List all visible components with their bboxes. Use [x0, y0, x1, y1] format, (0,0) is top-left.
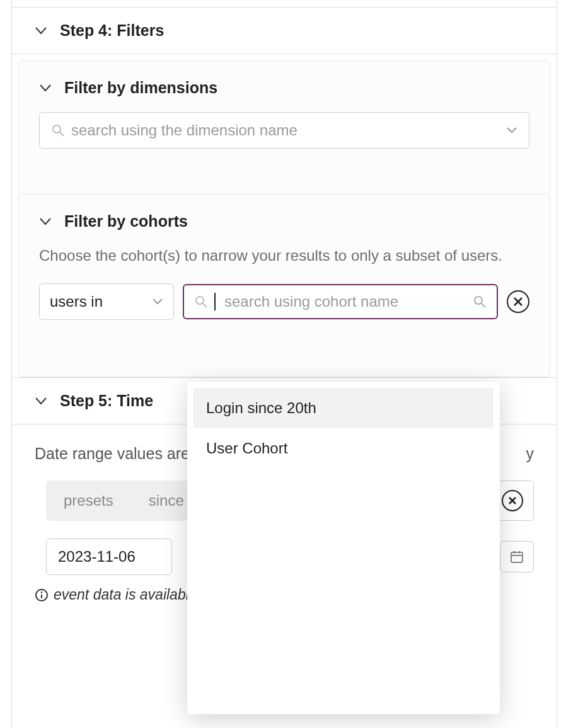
chevron-down-icon	[39, 84, 52, 93]
dimension-search-placeholder: search using the dimension name	[71, 122, 500, 139]
search-icon	[51, 123, 65, 137]
date-range-label-left: Date range values are a	[35, 445, 203, 463]
calendar-button[interactable]	[500, 541, 534, 572]
filter-cohorts-header[interactable]: Filter by cohorts	[39, 212, 529, 230]
filter-cohorts-title: Filter by cohorts	[64, 212, 188, 230]
chevron-down-icon	[35, 26, 47, 35]
svg-point-15	[41, 591, 43, 593]
filter-dimensions-section: Filter by dimensions search using the di…	[18, 60, 550, 195]
cohort-search-input[interactable]: search using cohort name	[183, 284, 498, 319]
chevron-down-icon	[39, 217, 52, 226]
calendar-icon	[509, 549, 524, 564]
event-data-hint: event data is availabl	[54, 586, 189, 603]
cohort-search-placeholder: search using cohort name	[224, 293, 466, 310]
filter-dimensions-header[interactable]: Filter by dimensions	[39, 79, 529, 97]
date-tabs: presets since	[46, 481, 202, 521]
step-4-header[interactable]: Step 4: Filters	[12, 8, 557, 54]
svg-line-5	[482, 304, 485, 307]
text-cursor	[214, 293, 216, 310]
search-icon	[194, 295, 208, 309]
date-input[interactable]: 2023-11-06	[46, 538, 172, 575]
chevron-down-icon	[35, 397, 47, 406]
cohorts-helper-text: Choose the cohort(s) to narrow your resu…	[39, 246, 529, 266]
svg-point-4	[475, 297, 482, 304]
dimension-search-input[interactable]: search using the dimension name	[39, 112, 529, 149]
svg-point-2	[196, 297, 204, 304]
svg-line-3	[203, 304, 207, 307]
cohort-dropdown: Login since 20th User Cohort	[187, 382, 500, 714]
svg-line-1	[60, 132, 64, 136]
filter-dimensions-title: Filter by dimensions	[64, 79, 217, 97]
svg-point-0	[53, 125, 61, 133]
chevron-down-icon	[506, 127, 517, 134]
info-icon	[35, 588, 49, 602]
chevron-down-icon	[152, 298, 163, 305]
cohort-option-login-since-20th[interactable]: Login since 20th	[193, 388, 494, 428]
cohort-mode-select[interactable]: users in	[39, 283, 174, 320]
filter-cohorts-section: Filter by cohorts Choose the cohort(s) t…	[18, 195, 550, 377]
tab-presets[interactable]: presets	[46, 481, 131, 521]
step-4-title: Step 4: Filters	[60, 21, 164, 40]
date-value: 2023-11-06	[58, 548, 136, 565]
cohort-mode-value: users in	[50, 293, 103, 310]
clear-cohort-button[interactable]	[507, 290, 529, 313]
step-5-title: Step 5: Time	[60, 392, 153, 410]
svg-rect-10	[511, 552, 523, 562]
date-range-label-right: y	[526, 445, 534, 463]
search-icon	[473, 295, 487, 309]
cohort-option-user-cohort[interactable]: User Cohort	[193, 428, 494, 469]
